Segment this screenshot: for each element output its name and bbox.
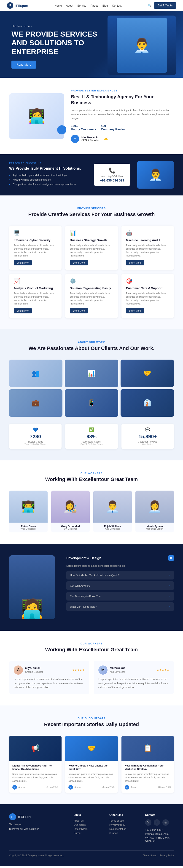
blog-content-3: How Marketing Compliance Your Marketing … xyxy=(121,761,174,793)
testimonial-text-1: I expect spectator in a quintessential s… xyxy=(14,677,85,689)
faq-arrow-4: › xyxy=(169,605,170,608)
nav-pages[interactable]: Pages xyxy=(91,4,98,7)
learn-btn-3[interactable]: Learn More xyxy=(126,260,144,266)
services-tag: PROVIDE SERVICES xyxy=(9,207,174,210)
hero-read-more-button[interactable]: Read More xyxy=(11,61,36,69)
footer-bottom-links: Terms of use Privacy Policy xyxy=(143,854,174,857)
service-card-6: 🎯 Customer Care & Support Proactively en… xyxy=(121,274,174,318)
worker-info-1: Raton Barsa Web Developer xyxy=(9,523,48,532)
worker-name-2: Greg Grounded xyxy=(54,525,87,528)
nav-service[interactable]: Service xyxy=(77,4,87,7)
clients-num: 7230 xyxy=(14,434,57,440)
worker-card-2: 👩‍🎨 Greg Grounded UX Designer xyxy=(51,491,90,532)
service-icon-3: 🤖 xyxy=(126,230,169,236)
worker-info-2: Greg Grounded UX Designer xyxy=(51,523,90,532)
blog-card-3: 📋 How Marketing Compliance Your Marketin… xyxy=(121,736,174,793)
footer-offer-link-4[interactable]: Support xyxy=(109,832,118,834)
footer-logo: IT ITExpert xyxy=(9,813,67,820)
footer: IT ITExpert Top Itexper Discover our wit… xyxy=(0,804,183,866)
learn-btn-1[interactable]: Learn More xyxy=(14,260,32,266)
reason-person-image: 👨‍💼 xyxy=(137,161,174,189)
testimonials-tag: OUR WORKERS xyxy=(9,642,174,645)
faq-item-3[interactable]: The Best Way to Boost Your › xyxy=(66,592,174,600)
instagram-icon[interactable]: ◎ xyxy=(162,819,169,826)
blog-date-3: 20 Jan 2023 xyxy=(158,786,171,788)
footer-offer-link-1[interactable]: Terms of use xyxy=(109,819,124,822)
footer-links-list: About us Our Works Latest News Career xyxy=(74,819,102,834)
faq-arrow-1: › xyxy=(169,574,170,577)
learn-btn-5[interactable]: Learn More xyxy=(70,308,88,313)
get-quote-button[interactable]: Get A Quote xyxy=(154,2,176,9)
blog-date-1: 20 Jan 2023 xyxy=(46,786,58,788)
services-header: PROVIDE SERVICES Provide Creative Servic… xyxy=(9,207,174,217)
testimonial-author-info-2: Mathew Joe App Developer xyxy=(110,666,125,674)
service-desc-1: Proactively envisioned multimedia based … xyxy=(14,244,57,257)
nav-about[interactable]: About xyxy=(66,4,73,7)
footer-link-2[interactable]: Our Works xyxy=(74,824,86,826)
worker-card-3: 👨‍💼 Elijah Willians App Developer xyxy=(93,491,132,532)
facebook-icon[interactable]: f xyxy=(154,819,160,826)
nav-blog[interactable]: Blog xyxy=(102,4,108,7)
blog-author-2: A Admin xyxy=(68,785,81,789)
worker-photo-2: 👩‍🎨 xyxy=(51,491,90,523)
faq-item-2[interactable]: Get With Advisors › xyxy=(66,581,174,590)
footer-links-title: Links xyxy=(74,813,102,816)
nav-contact[interactable]: Contact xyxy=(112,4,121,7)
hero-person-illustration: 👨‍💼 xyxy=(117,18,167,73)
nav-home[interactable]: Home xyxy=(55,4,62,7)
footer-terms-link[interactable]: Terms of use xyxy=(143,854,156,857)
worker-role-4: Marketing Expert xyxy=(138,528,172,530)
services-grid: 🖥️ It Server & Cyber Security Proactivel… xyxy=(9,226,174,318)
reason-item-1: Agile web design and development methodo… xyxy=(9,174,87,177)
testimonials-title: Working With Excellentour Great Team xyxy=(9,647,174,653)
footer-logo-icon: IT xyxy=(9,813,16,820)
footer-link-1[interactable]: About us xyxy=(74,819,84,822)
twitter-icon[interactable]: 𝕏 xyxy=(145,819,151,826)
testimonial-avatar-2: M xyxy=(98,665,108,675)
learn-btn-6[interactable]: Learn More xyxy=(126,308,144,313)
service-desc-6: Proactively envisioned multimedia based … xyxy=(126,292,169,305)
worker-role-1: Web Developer xyxy=(11,528,45,530)
faq-item-1[interactable]: How Quickly Are You Able to Issue a Quot… xyxy=(66,571,174,580)
footer-offer-link-2[interactable]: Privacy Policy xyxy=(109,824,125,826)
service-title-4: Analysis Product Marketing xyxy=(14,286,57,290)
blog-meta-2: A Admin 20 Jan 2023 xyxy=(68,785,114,789)
work-stat-cases: ✅ 98% Successful Cases Find All Of Bette… xyxy=(65,424,118,449)
footer-logo-text: ITExpert xyxy=(18,815,31,818)
testimonial-stars-2: ★★★★★ xyxy=(157,669,169,672)
learn-btn-4[interactable]: Learn More xyxy=(14,308,32,313)
footer-offer-link-3[interactable]: Documentation xyxy=(109,828,126,830)
services-title: Provide Creative Services For Your Busin… xyxy=(9,212,174,217)
reason-item-2: Award winning solutions and team xyxy=(9,178,87,181)
footer-link-3[interactable]: Latest News xyxy=(74,828,88,830)
about-author: M Max Benjamin CEO & Founder ✍ xyxy=(71,135,174,143)
brand-logo[interactable]: IT ITExpert xyxy=(7,2,28,9)
service-desc-5: Proactively envisioned multimedia based … xyxy=(70,292,113,305)
author-avatar: M xyxy=(71,135,79,143)
clients-label: Trusted Clients xyxy=(14,440,57,443)
work-stat-clients: 💙 7230 Trusted Clients Trust All Kind Of… xyxy=(9,424,62,449)
workers-grid: 👨‍💻 Raton Barsa Web Developer 👩‍🎨 Greg G… xyxy=(9,491,174,532)
footer-privacy-link[interactable]: Privacy Policy xyxy=(160,854,174,857)
learn-btn-2[interactable]: Learn More xyxy=(70,260,88,266)
worker-card-1: 👨‍💻 Raton Barsa Web Developer xyxy=(9,491,48,532)
reason-content: REASON TO CHOOSE US We Provide Truly Pro… xyxy=(9,162,87,187)
work-header: ABOUT OUR WORK We Are Passionate About O… xyxy=(9,341,174,351)
search-icon[interactable]: 🔍 xyxy=(148,4,152,7)
faq-item-4[interactable]: What Can I Do to Help? › xyxy=(66,602,174,611)
about-title: Best It & Technology Agency For Your Bus… xyxy=(71,94,174,105)
faq-title: Development & Design xyxy=(66,556,101,560)
faq-arrow-2: › xyxy=(169,584,170,587)
footer-link-4[interactable]: Career xyxy=(74,832,82,834)
blog-meta-1: A Admin 20 Jan 2023 xyxy=(12,785,58,789)
reason-tag: REASON TO CHOOSE US xyxy=(9,162,87,164)
reason-item-3: Competitive rates for web design and dev… xyxy=(9,183,87,186)
worker-info-4: Nicole Fyman Marketing Expert xyxy=(135,523,174,532)
about-stats: 1,250+ Happy Customers 420 Company Revie… xyxy=(71,124,174,131)
cases-icon: ✅ xyxy=(70,427,113,432)
work-section: ABOUT OUR WORK We Are Passionate About O… xyxy=(0,330,183,460)
faq-close-button[interactable]: ✕ xyxy=(169,555,174,561)
author-signature: ✍ xyxy=(104,137,108,141)
cases-label: Successful Cases xyxy=(70,440,113,443)
reason-section: REASON TO CHOOSE US We Provide Truly Pro… xyxy=(0,154,183,195)
